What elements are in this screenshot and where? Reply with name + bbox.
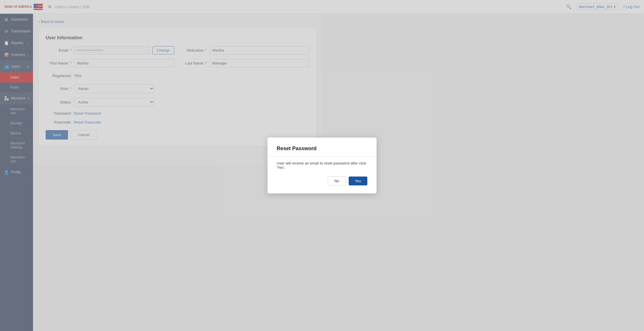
- modal-overlay: Reset Password User will receive an emai…: [0, 0, 322, 165]
- modal-title: Reset Password: [277, 146, 322, 152]
- modal-body: User will receive an email to reset pass…: [277, 161, 322, 165]
- modal-divider: [267, 156, 322, 156]
- reset-password-modal: Reset Password User will receive an emai…: [267, 138, 322, 165]
